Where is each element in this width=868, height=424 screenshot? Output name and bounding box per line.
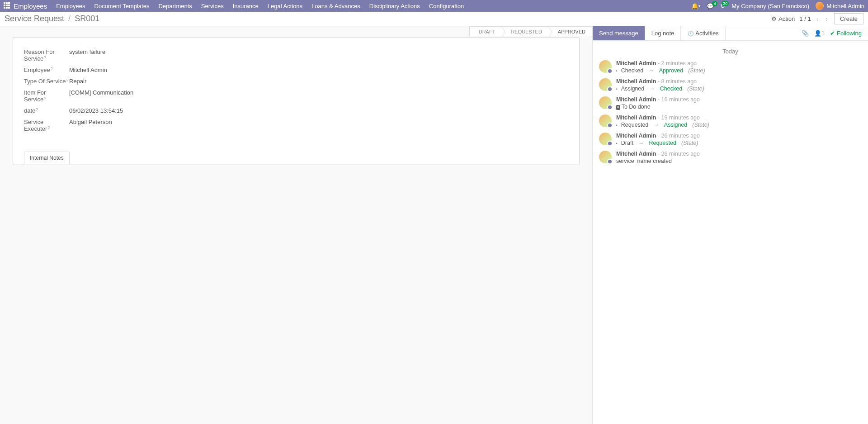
message-avatar[interactable] — [599, 96, 612, 109]
field-value[interactable]: Mitchell Admin — [69, 67, 107, 73]
nav-item-disciplinary-actions[interactable]: Disciplinary Actions — [369, 3, 420, 10]
activities-button[interactable]: 🕐Activities — [681, 26, 725, 40]
action-label: Action — [778, 15, 795, 22]
message-content: Draft → Requested (State) — [616, 140, 862, 146]
nav-item-insurance[interactable]: Insurance — [233, 3, 259, 10]
field-value[interactable]: [COMM] Communication — [69, 89, 133, 103]
nav-item-document-templates[interactable]: Document Templates — [94, 3, 150, 10]
field-date: date? 06/02/2023 13:54:15 — [24, 107, 568, 114]
status-step-approved[interactable]: APPROVED — [549, 26, 592, 37]
main-navbar: Employees Employees Document Templates D… — [0, 0, 868, 12]
apps-icon[interactable] — [4, 2, 11, 10]
status-step-draft[interactable]: DRAFT — [469, 26, 502, 37]
pager-value: 1 / 1 — [799, 15, 811, 22]
message-body: Mitchell Admin - 26 minutes agoDraft → R… — [616, 133, 862, 146]
chatter-toolbar-right: 📎 👤1 ✔Following — [802, 30, 868, 37]
log-note-button[interactable]: Log note — [645, 26, 681, 40]
form-area: DRAFT REQUESTED APPROVED Reason For Serv… — [0, 26, 592, 424]
field-employee: Employee? Mitchell Admin — [24, 67, 568, 73]
status-step-requested[interactable]: REQUESTED — [502, 26, 548, 37]
message-body: Mitchell Admin - 8 minutes agoAssigned →… — [616, 78, 862, 92]
field-label: Employee? — [24, 67, 69, 73]
message-body: Mitchell Admin - 26 minutes agoservice_n… — [616, 151, 862, 164]
chatter-body: Today Mitchell Admin - 2 minutes agoChec… — [593, 41, 868, 173]
help-icon[interactable]: ? — [66, 78, 68, 82]
timer-badge: 30 — [722, 1, 729, 6]
nav-item-configuration[interactable]: Configuration — [429, 3, 464, 10]
breadcrumb-current: SR001 — [75, 14, 99, 23]
field-label: date? — [24, 107, 69, 114]
help-icon[interactable]: ? — [44, 55, 46, 60]
pager: 1 / 1 ‹ › — [799, 15, 830, 23]
user-menu[interactable]: Mitchell Admin — [816, 2, 864, 10]
status-bar: DRAFT REQUESTED APPROVED — [469, 26, 592, 37]
message-header: Mitchell Admin - 26 minutes ago — [616, 151, 862, 157]
nav-item-employees[interactable]: Employees — [56, 3, 85, 10]
help-icon[interactable]: ? — [44, 96, 46, 100]
field-label: Type Of Service? — [24, 78, 69, 85]
message-header: Mitchell Admin - 19 minutes ago — [616, 114, 862, 121]
messages-icon[interactable]: 💬4 — [707, 3, 714, 10]
create-button[interactable]: Create — [834, 13, 863, 24]
field-value[interactable]: 06/02/2023 13:54:15 — [69, 107, 123, 114]
breadcrumb-separator: / — [68, 14, 71, 23]
message-avatar[interactable] — [599, 114, 612, 127]
help-icon[interactable]: ? — [36, 107, 38, 112]
company-selector[interactable]: My Company (San Francisco) — [731, 3, 809, 10]
field-item-for-service: Item For Service? [COMM] Communication — [24, 89, 568, 103]
message-body: Mitchell Admin - 19 minutes agoRequested… — [616, 114, 862, 128]
notifications-icon[interactable]: 🔔 ▾ — [691, 3, 700, 10]
help-icon[interactable]: ? — [47, 125, 50, 130]
timer-icon[interactable]: ↻30 — [720, 3, 725, 10]
chatter-message: Mitchell Admin - 8 minutes agoAssigned →… — [599, 78, 862, 92]
message-avatar[interactable] — [599, 133, 612, 145]
form-tabs: Internal Notes — [24, 152, 70, 164]
followers-button[interactable]: 👤1 — [814, 30, 825, 37]
chatter-message: Mitchell Admin - 2 minutes agoChecked → … — [599, 60, 862, 74]
clock-icon: 🕐 — [688, 31, 694, 36]
message-header: Mitchell Admin - 16 minutes ago — [616, 96, 862, 103]
nav-item-services[interactable]: Services — [201, 3, 224, 10]
status-row: DRAFT REQUESTED APPROVED — [0, 26, 592, 37]
control-panel-right: ⚙ Action 1 / 1 ‹ › Create — [771, 13, 863, 24]
day-separator: Today — [599, 48, 862, 55]
app-brand[interactable]: Employees — [14, 2, 47, 10]
nav-item-departments[interactable]: Departments — [158, 3, 192, 10]
help-icon[interactable]: ? — [51, 67, 53, 71]
breadcrumb-root[interactable]: Service Request — [5, 14, 64, 23]
chatter-toolbar: Send message Log note 🕐Activities 📎 👤1 ✔… — [593, 26, 868, 41]
user-avatar — [816, 2, 824, 10]
nav-right: 🔔 ▾ 💬4 ↻30 My Company (San Francisco) Mi… — [691, 2, 864, 10]
action-dropdown[interactable]: ⚙ Action — [771, 15, 795, 22]
message-avatar[interactable] — [599, 78, 612, 91]
check-icon: ✔ — [830, 30, 835, 37]
message-avatar[interactable] — [599, 60, 612, 73]
field-type-of-service: Type Of Service? Repair — [24, 78, 568, 85]
message-avatar[interactable] — [599, 151, 612, 163]
attachment-icon[interactable]: 📎 — [802, 30, 809, 37]
message-content: Assigned → Checked (State) — [616, 86, 862, 92]
field-label: Item For Service? — [24, 89, 69, 103]
nav-item-legal-actions[interactable]: Legal Actions — [268, 3, 302, 10]
message-body: Mitchell Admin - 2 minutes agoChecked → … — [616, 60, 862, 74]
pager-next[interactable]: › — [824, 15, 830, 23]
tab-internal-notes[interactable]: Internal Notes — [24, 152, 70, 164]
field-label: Service Executer? — [24, 119, 69, 132]
field-value[interactable]: system failure — [69, 48, 105, 62]
field-value[interactable]: Abigail Peterson — [69, 119, 112, 132]
message-content: Checked → Approved (State) — [616, 67, 862, 74]
following-button[interactable]: ✔Following — [830, 30, 862, 37]
gear-icon: ⚙ — [771, 15, 777, 22]
send-message-button[interactable]: Send message — [593, 26, 645, 40]
message-content: Requested → Assigned (State) — [616, 122, 862, 128]
message-header: Mitchell Admin - 26 minutes ago — [616, 133, 862, 139]
message-content: service_name created — [616, 158, 862, 164]
field-label: Reason For Service? — [24, 48, 69, 62]
field-value[interactable]: Repair — [69, 78, 86, 85]
pager-prev[interactable]: ‹ — [815, 15, 821, 23]
chatter-message: Mitchell Admin - 19 minutes agoRequested… — [599, 114, 862, 128]
nav-items: Employees Document Templates Departments… — [56, 3, 464, 10]
user-name: Mitchell Admin — [826, 3, 864, 10]
nav-item-loans-advances[interactable]: Loans & Advances — [311, 3, 360, 10]
field-service-executer: Service Executer? Abigail Peterson — [24, 119, 568, 132]
